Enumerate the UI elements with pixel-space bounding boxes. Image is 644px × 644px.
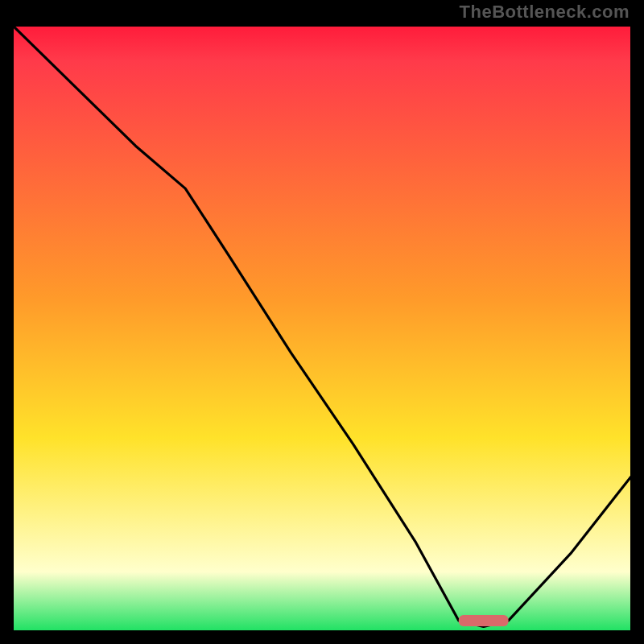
sweet-spot-marker	[459, 615, 509, 626]
watermark-text: TheBottleneck.com	[460, 2, 630, 23]
plot-area	[11, 24, 633, 633]
chart-svg	[11, 24, 633, 633]
chart-container: TheBottleneck.com	[0, 0, 644, 644]
